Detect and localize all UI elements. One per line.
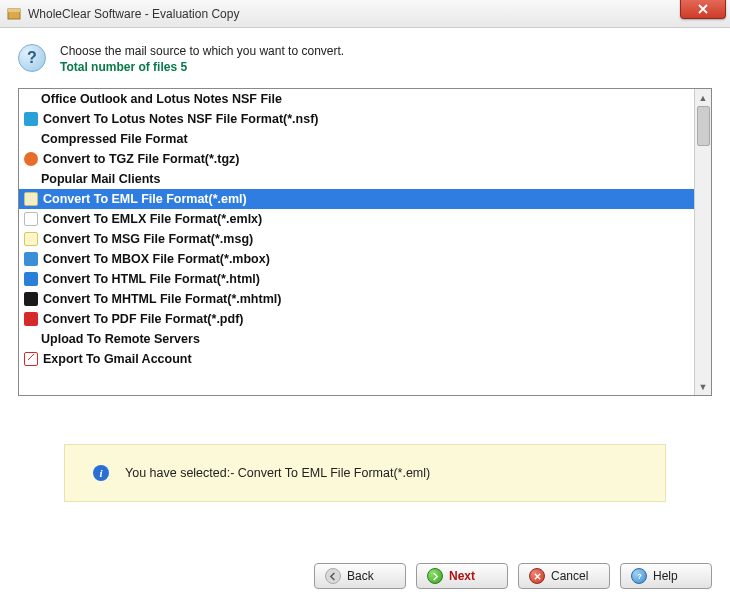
instruction-text: Choose the mail source to which you want… <box>60 44 344 58</box>
help-button-icon: ? <box>631 568 647 584</box>
nsf-icon <box>23 111 39 127</box>
scroll-thumb[interactable] <box>697 106 710 146</box>
list-section-header: Upload To Remote Servers <box>19 329 694 349</box>
list-item-label: Convert to TGZ File Format(*.tgz) <box>43 152 240 166</box>
mhtml-icon <box>23 291 39 307</box>
tgz-icon <box>23 151 39 167</box>
list-item-label: Convert To Lotus Notes NSF File Format(*… <box>43 112 318 126</box>
list-item[interactable]: Convert To PDF File Format(*.pdf) <box>19 309 694 329</box>
close-icon <box>698 4 708 14</box>
list-item-label: Convert To EML File Format(*.eml) <box>43 192 247 206</box>
list-item[interactable]: Convert To EMLX File Format(*.emlx) <box>19 209 694 229</box>
app-icon <box>6 6 22 22</box>
list-item-label: Compressed File Format <box>41 132 188 146</box>
list-item[interactable]: Convert to TGZ File Format(*.tgz) <box>19 149 694 169</box>
list-item-label: Convert To MSG File Format(*.msg) <box>43 232 253 246</box>
emlx-icon <box>23 211 39 227</box>
list-item[interactable]: Convert To Lotus Notes NSF File Format(*… <box>19 109 694 129</box>
wizard-footer: Back Next Cancel ? Help <box>18 543 712 589</box>
list-item-label: Convert To EMLX File Format(*.emlx) <box>43 212 262 226</box>
svg-text:?: ? <box>637 572 641 581</box>
list-item[interactable]: Export To Gmail Account <box>19 349 694 369</box>
file-count-text: Total number of files 5 <box>60 60 344 74</box>
list-item[interactable]: Convert To HTML File Format(*.html) <box>19 269 694 289</box>
list-item-label: Convert To MBOX File Format(*.mbox) <box>43 252 270 266</box>
cancel-icon <box>529 568 545 584</box>
next-icon <box>427 568 443 584</box>
header-text: Choose the mail source to which you want… <box>60 44 344 74</box>
format-list-inner[interactable]: Office Outlook and Lotus Notes NSF FileC… <box>19 89 694 395</box>
list-section-header: Compressed File Format <box>19 129 694 149</box>
list-item-label: Upload To Remote Servers <box>41 332 200 346</box>
help-icon: ? <box>18 44 46 72</box>
back-button[interactable]: Back <box>314 563 406 589</box>
list-item-label: Convert To PDF File Format(*.pdf) <box>43 312 243 326</box>
close-button[interactable] <box>680 0 726 19</box>
list-item-label: Convert To HTML File Format(*.html) <box>43 272 260 286</box>
wizard-body: ? Choose the mail source to which you wa… <box>0 28 730 603</box>
back-icon <box>325 568 341 584</box>
pdf-icon <box>23 311 39 327</box>
msg-icon <box>23 231 39 247</box>
list-item[interactable]: Convert To MHTML File Format(*.mhtml) <box>19 289 694 309</box>
eml-icon <box>23 191 39 207</box>
scroll-down-icon[interactable]: ▼ <box>697 380 710 393</box>
format-list: Office Outlook and Lotus Notes NSF FileC… <box>18 88 712 396</box>
selection-info-text: You have selected:- Convert To EML File … <box>125 466 430 480</box>
gmail-icon <box>23 351 39 367</box>
info-icon: i <box>93 465 109 481</box>
list-item[interactable]: Convert To EML File Format(*.eml) <box>19 189 694 209</box>
titlebar: WholeClear Software - Evaluation Copy <box>0 0 730 28</box>
list-item[interactable]: Convert To MSG File Format(*.msg) <box>19 229 694 249</box>
scroll-up-icon[interactable]: ▲ <box>697 91 710 104</box>
scrollbar[interactable]: ▲ ▼ <box>694 89 711 395</box>
list-item-label: Popular Mail Clients <box>41 172 160 186</box>
next-button[interactable]: Next <box>416 563 508 589</box>
list-item-label: Office Outlook and Lotus Notes NSF File <box>41 92 282 106</box>
list-section-header: Popular Mail Clients <box>19 169 694 189</box>
help-button[interactable]: ? Help <box>620 563 712 589</box>
list-section-header: Office Outlook and Lotus Notes NSF File <box>19 89 694 109</box>
window-title: WholeClear Software - Evaluation Copy <box>28 7 239 21</box>
list-item[interactable]: Convert To MBOX File Format(*.mbox) <box>19 249 694 269</box>
mbox-icon <box>23 251 39 267</box>
html-icon <box>23 271 39 287</box>
wizard-header: ? Choose the mail source to which you wa… <box>18 44 712 74</box>
list-item-label: Export To Gmail Account <box>43 352 192 366</box>
cancel-button[interactable]: Cancel <box>518 563 610 589</box>
selection-info: i You have selected:- Convert To EML Fil… <box>64 444 666 502</box>
svg-rect-1 <box>8 9 20 12</box>
list-item-label: Convert To MHTML File Format(*.mhtml) <box>43 292 281 306</box>
